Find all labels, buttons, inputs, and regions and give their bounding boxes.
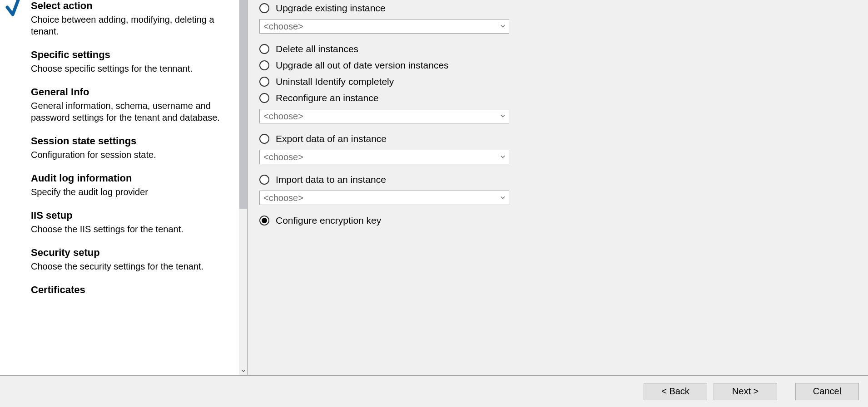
step-desc: Specify the audit log provider — [31, 186, 230, 198]
chevron-down-icon[interactable] — [239, 367, 247, 375]
step-title: General Info — [31, 86, 230, 98]
step-select-action[interactable]: Select action Choice between adding, mod… — [31, 0, 230, 37]
radio-icon[interactable] — [259, 216, 269, 226]
radio-icon[interactable] — [259, 134, 269, 144]
step-title: Specific settings — [31, 49, 230, 61]
step-audit-log[interactable]: Audit log information Specify the audit … — [31, 172, 230, 198]
option-upgrade-existing[interactable]: Upgrade existing instance — [259, 3, 850, 14]
option-import[interactable]: Import data to an instance — [259, 174, 850, 185]
step-desc: Choose the security settings for the ten… — [31, 260, 230, 272]
step-general-info[interactable]: General Info General information, schema… — [31, 86, 230, 123]
option-upgrade-all-ood[interactable]: Upgrade all out of date version instance… — [259, 60, 850, 71]
sidebar-scrollbar[interactable] — [239, 0, 247, 375]
step-specific-settings[interactable]: Specific settings Choose specific settin… — [31, 49, 230, 74]
combo-placeholder: <choose> — [263, 193, 303, 203]
step-title: Session state settings — [31, 135, 230, 147]
step-desc: Choice between adding, modifying, deleti… — [31, 14, 230, 37]
radio-icon[interactable] — [259, 60, 269, 70]
scrollbar-thumb[interactable] — [239, 0, 247, 209]
back-button[interactable]: < Back — [644, 383, 707, 400]
step-title: Certificates — [31, 284, 230, 296]
option-uninstall[interactable]: Uninstall Identify completely — [259, 76, 850, 87]
radio-icon[interactable] — [259, 175, 269, 185]
option-delete-all[interactable]: Delete all instances — [259, 44, 850, 54]
radio-label: Uninstall Identify completely — [276, 76, 394, 87]
checkmark-icon — [5, 0, 26, 19]
option-configure-key[interactable]: Configure encryption key — [259, 215, 850, 226]
cancel-button[interactable]: Cancel — [795, 383, 859, 400]
radio-label: Configure encryption key — [276, 215, 381, 226]
radio-icon[interactable] — [259, 77, 269, 87]
radio-label: Export data of an instance — [276, 133, 387, 144]
step-iis-setup[interactable]: IIS setup Choose the IIS settings for th… — [31, 210, 230, 235]
next-button[interactable]: Next > — [714, 383, 777, 400]
radio-label: Upgrade all out of date version instance… — [276, 60, 449, 71]
step-desc: General information, schema, username an… — [31, 100, 230, 123]
step-title: IIS setup — [31, 210, 230, 221]
step-desc: Configuration for session state. — [31, 149, 230, 161]
chevron-down-icon — [500, 152, 506, 162]
chevron-down-icon — [500, 111, 506, 122]
step-title: Security setup — [31, 247, 230, 259]
combo-placeholder: <choose> — [263, 21, 303, 32]
wizard-content: Upgrade existing instance <choose> Delet… — [248, 0, 868, 375]
option-reconfigure[interactable]: Reconfigure an instance — [259, 93, 850, 103]
radio-label: Delete all instances — [276, 44, 358, 54]
combo-upgrade-existing[interactable]: <choose> — [259, 19, 509, 34]
combo-import[interactable]: <choose> — [259, 191, 509, 205]
option-export[interactable]: Export data of an instance — [259, 133, 850, 144]
step-title: Audit log information — [31, 172, 230, 184]
step-desc: Choose specific settings for the tennant… — [31, 63, 230, 74]
radio-label: Reconfigure an instance — [276, 93, 378, 103]
radio-label: Import data to an instance — [276, 174, 386, 185]
combo-reconfigure[interactable]: <choose> — [259, 109, 509, 123]
step-title: Select action — [31, 0, 230, 12]
radio-icon[interactable] — [259, 44, 269, 54]
wizard-sidebar: Select action Choice between adding, mod… — [0, 0, 248, 375]
combo-placeholder: <choose> — [263, 152, 303, 162]
step-certificates[interactable]: Certificates — [31, 284, 230, 296]
chevron-down-icon — [500, 21, 506, 32]
combo-placeholder: <choose> — [263, 111, 303, 122]
radio-icon[interactable] — [259, 3, 269, 13]
chevron-down-icon — [500, 193, 506, 203]
step-desc: Choose the IIS settings for the tenant. — [31, 223, 230, 235]
radio-label: Upgrade existing instance — [276, 3, 386, 14]
step-security-setup[interactable]: Security setup Choose the security setti… — [31, 247, 230, 272]
step-session-state[interactable]: Session state settings Configuration for… — [31, 135, 230, 161]
radio-icon[interactable] — [259, 93, 269, 103]
wizard-footer: < Back Next > Cancel — [0, 375, 868, 407]
combo-export[interactable]: <choose> — [259, 150, 509, 164]
